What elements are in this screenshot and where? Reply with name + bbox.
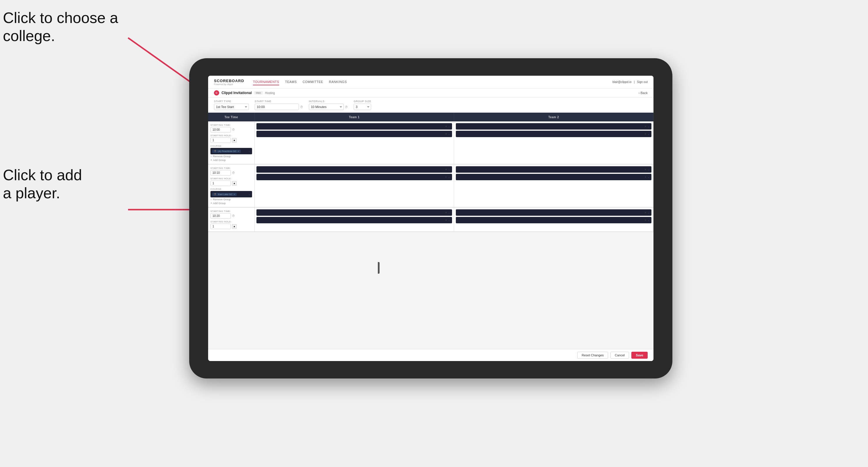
intervals-input-row: 10 Minutes ⏱	[309, 104, 348, 110]
player-slot-x-4-1[interactable]: ×	[645, 168, 646, 171]
team2-col-1: × ⌄ × ⌄	[454, 121, 653, 164]
player-slot-chevron-5-2[interactable]: ⌄	[448, 219, 450, 222]
add-group-link-1[interactable]: + Add Group	[211, 158, 252, 162]
course-label-2: COURSE:	[211, 188, 252, 190]
player-slot-6-2[interactable]: × ⌄	[456, 217, 651, 223]
course-tag-2[interactable]: 🏌 East Lake GC ×	[212, 193, 237, 196]
nav-tab-rankings[interactable]: RANKINGS	[329, 79, 347, 85]
player-slot-x-4-2[interactable]: ×	[645, 176, 646, 179]
player-slot-4-1[interactable]: × ⌄	[456, 166, 651, 173]
starting-hole-input-3[interactable]	[211, 224, 231, 229]
nav-tab-tournaments[interactable]: TOURNAMENTS	[253, 79, 279, 85]
starting-hole-row-3: ▲	[211, 224, 252, 229]
add-group-label-2: Add Group	[213, 202, 226, 205]
nav-tab-teams[interactable]: TEAMS	[285, 79, 297, 85]
remove-group-label-1: Remove Group	[213, 155, 230, 158]
team1-col-1: × ⌄ × ⌄	[255, 121, 454, 164]
course-flag-1: 🏌	[214, 150, 217, 153]
starting-time-input-1[interactable]	[211, 127, 231, 132]
starting-hole-row-2: ▲	[211, 181, 252, 186]
course-tag-1[interactable]: 🏌 (A) Peachtree GC ×	[212, 150, 241, 153]
remove-group-link-1[interactable]: ○ Remove Group	[211, 155, 252, 158]
player-slot-1-2[interactable]: × ⌄	[256, 131, 452, 137]
player-slot-x-5-2[interactable]: ×	[445, 219, 447, 222]
player-slot-x-5-1[interactable]: ×	[445, 211, 447, 214]
player-slot-4-2[interactable]: × ⌄	[456, 174, 651, 180]
start-time-input[interactable]	[255, 104, 299, 110]
footer: Reset Changes Cancel Save	[208, 349, 653, 361]
start-type-group: Start Type 1st Tee Start	[214, 100, 249, 110]
player-slot-1-1[interactable]: × ⌄	[256, 123, 452, 130]
hole-spinner-up-2[interactable]: ▲	[232, 181, 237, 186]
player-slot-x-2-2[interactable]: ×	[645, 132, 646, 135]
reset-changes-button[interactable]: Reset Changes	[577, 352, 608, 359]
back-button[interactable]: ‹ Back	[639, 91, 648, 95]
cancel-button[interactable]: Cancel	[610, 352, 629, 359]
tournament-icon: C	[214, 90, 219, 95]
player-slot-chevron-4-1[interactable]: ⌄	[647, 168, 650, 171]
starting-hole-input-1[interactable]	[211, 137, 231, 143]
group-size-select[interactable]: 3	[354, 104, 371, 110]
annotation-player: Click to add a player.	[3, 166, 82, 203]
team1-col-2: × ⌄ × ⌄	[255, 164, 454, 207]
start-type-select[interactable]: 1st Tee Start	[214, 104, 249, 110]
player-slot-5-2[interactable]: × ⌄	[256, 217, 452, 223]
starting-hole-label-2: STARTING HOLE:	[211, 177, 252, 180]
add-group-link-2[interactable]: + Add Group	[211, 201, 252, 205]
player-slot-3-1[interactable]: × ⌄	[256, 166, 452, 173]
player-slot-3-2[interactable]: × ⌄	[256, 174, 452, 180]
intervals-select[interactable]: 10 Minutes	[309, 104, 344, 110]
starting-time-input-2[interactable]	[211, 170, 231, 176]
player-slot-x-3-1[interactable]: ×	[445, 168, 447, 171]
remove-icon-1: ○	[211, 155, 212, 158]
player-slot-x-1-1[interactable]: ×	[445, 125, 447, 128]
player-slot-chevron-4-2[interactable]: ⌄	[647, 176, 650, 179]
back-label: Back	[641, 91, 648, 95]
team1-col-3: × ⌄ × ⌄	[255, 208, 454, 231]
player-slot-5-1[interactable]: × ⌄	[256, 209, 452, 216]
course-expand-2[interactable]: ⌄	[248, 193, 250, 196]
player-slot-x-2-1[interactable]: ×	[645, 125, 646, 128]
save-button[interactable]: Save	[631, 352, 648, 359]
player-slot-chevron-2-1[interactable]: ⌄	[647, 125, 650, 128]
add-group-label-1: Add Group	[213, 159, 226, 162]
player-slot-x-1-2[interactable]: ×	[445, 132, 447, 135]
player-slot-2-1[interactable]: × ⌄	[456, 123, 651, 130]
player-slot-x-3-2[interactable]: ×	[445, 176, 447, 179]
player-slot-chevron-3-1[interactable]: ⌄	[448, 168, 450, 171]
player-slot-chevron-2-2[interactable]: ⌄	[647, 132, 650, 135]
separator: |	[634, 80, 635, 84]
logo-sub: Powered by clippd	[214, 83, 244, 86]
course-label-1: COURSE:	[211, 145, 252, 147]
course-row-1: 🏌 (A) Peachtree GC × ⌄	[211, 148, 252, 154]
hole-spinner-up-1[interactable]: ▲	[232, 138, 237, 143]
player-slot-2-2[interactable]: × ⌄	[456, 131, 651, 137]
starting-hole-input-2[interactable]	[211, 181, 231, 186]
player-slot-6-1[interactable]: × ⌄	[456, 209, 651, 216]
player-slot-chevron-1-2[interactable]: ⌄	[448, 132, 450, 135]
starting-time-input-3[interactable]	[211, 213, 231, 219]
tee-time-col-3: STARTING TIME: ⏱ STARTING HOLE: ▲	[208, 208, 255, 231]
th-tee-time: Tee Time	[208, 113, 255, 121]
time-clock-2: ⏱	[232, 171, 235, 175]
start-time-group: Start Time ⏱	[255, 100, 303, 110]
player-slot-chevron-6-1[interactable]: ⌄	[647, 211, 650, 214]
sign-out-link[interactable]: Sign out	[637, 80, 648, 84]
player-slot-chevron-5-1[interactable]: ⌄	[448, 211, 450, 214]
player-slot-chevron-1-1[interactable]: ⌄	[448, 125, 450, 128]
nav-tab-committee[interactable]: COMMITTEE	[303, 79, 323, 85]
remove-group-link-2[interactable]: ○ Remove Group	[211, 198, 252, 201]
logo-title: SCOREBOARD	[214, 79, 244, 83]
intervals-group: Intervals 10 Minutes ⏱	[309, 100, 348, 110]
group-size-label: Group Size	[354, 100, 371, 103]
course-tag-close-2[interactable]: ×	[234, 193, 235, 196]
tee-time-col-1: STARTING TIME: ⏱ STARTING HOLE: ▲ COURSE…	[208, 121, 255, 164]
player-slot-x-6-1[interactable]: ×	[645, 211, 646, 214]
player-slot-x-6-2[interactable]: ×	[645, 219, 646, 222]
player-slot-chevron-3-2[interactable]: ⌄	[448, 176, 450, 179]
hole-spinner-up-3[interactable]: ▲	[232, 224, 237, 229]
course-tag-close-1[interactable]: ×	[238, 150, 239, 153]
tablet-side-button	[378, 262, 379, 274]
course-expand-1[interactable]: ⌄	[248, 150, 250, 153]
player-slot-chevron-6-2[interactable]: ⌄	[647, 219, 650, 222]
